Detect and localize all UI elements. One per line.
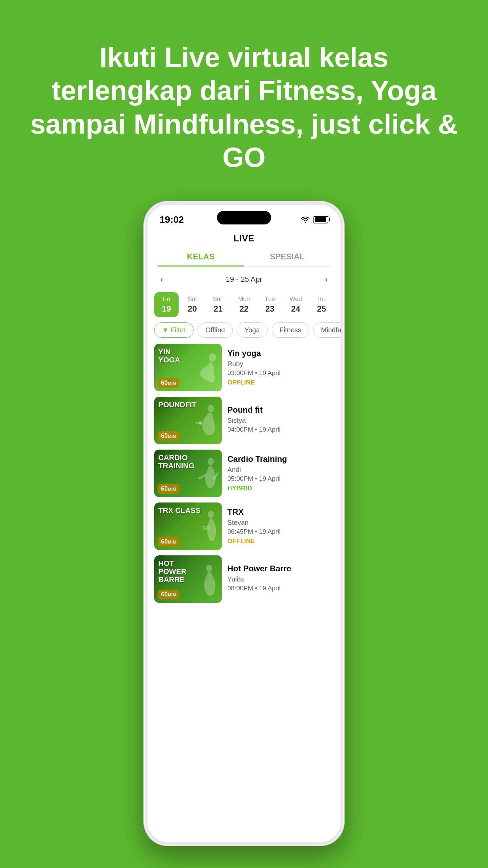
date-range-label: 19 - 25 Apr (226, 275, 262, 284)
filter-fitness[interactable]: Fitness (272, 322, 309, 338)
day-item-fri[interactable]: Fri 19 (154, 292, 179, 317)
class-info-yin-yoga: Yin yoga Ruby 03:00PM • 19 April OFFLINE (222, 344, 334, 391)
svg-point-7 (206, 565, 212, 572)
class-thumbnail-hot-power: HOTPOWERBARRE 60MIN (154, 555, 222, 603)
class-instructor-hot-power: Yulita (227, 575, 328, 583)
battery-icon (313, 216, 328, 223)
class-status-cardio: HYBRID (227, 485, 328, 492)
next-date-button[interactable]: › (322, 273, 330, 285)
svg-point-4 (208, 458, 214, 465)
filter-row: ▼ Filter Offline Yoga Fitness Mindfullne… (147, 322, 341, 344)
class-time-hot-power: 08:00PM • 19 April (227, 585, 328, 592)
hero-section: Ikuti Live virtual kelas terlengkap dari… (0, 0, 488, 195)
thumb-duration-cardio: 60MIN (158, 484, 179, 494)
class-time-cardio: 05:00PM • 19 April (227, 475, 328, 482)
class-info-cardio: Cardio Training Andi 05:00PM • 19 April … (222, 450, 334, 497)
day-item-mon[interactable]: Mon 22 (232, 292, 256, 317)
thumb-duration-hot-power: 60MIN (158, 590, 179, 599)
class-instructor-trx: Stevan (227, 519, 328, 527)
phone-mockup: 19:02 LIVE (144, 201, 344, 846)
class-info-pound-fit: Pound fit Sistya 04:00PM • 19 April (222, 397, 334, 444)
class-item-cardio[interactable]: CARDIOTRAINING 60MIN Cardio Training (154, 450, 334, 497)
day-selector: Fri 19 Sat 20 Sun 21 Mon 22 (147, 292, 341, 322)
thumb-label-cardio: CARDIOTRAINING (158, 454, 194, 470)
class-info-hot-power: Hot Power Barre Yulita 08:00PM • 19 Apri… (222, 555, 334, 603)
svg-point-5 (208, 511, 214, 518)
filter-offline[interactable]: Offline (198, 322, 232, 338)
thumb-label-yin-yoga: YINYOGA (158, 348, 180, 364)
tab-kelas[interactable]: KELAS (158, 247, 244, 266)
class-thumbnail-trx: TRX CLASS 60MIN GO (154, 502, 222, 550)
day-item-sun[interactable]: Sun 21 (206, 292, 230, 317)
class-thumbnail-pound-fit: POUNDFIT 60MIN (154, 397, 222, 444)
class-time-pound-fit: 04:00PM • 19 April (227, 426, 328, 433)
day-item-wed[interactable]: Wed 24 (283, 292, 308, 317)
class-item-pound-fit[interactable]: POUNDFIT 60MIN Pound fit Sistya (154, 397, 334, 444)
date-navigation: ‹ 19 - 25 Apr › (147, 267, 341, 292)
phone-container: 19:02 LIVE (0, 195, 488, 846)
class-name-pound-fit: Pound fit (227, 405, 328, 415)
class-time-trx: 06:45PM • 19 April (227, 528, 328, 535)
dynamic-island (217, 211, 271, 224)
silhouette-cardio (192, 456, 219, 497)
class-thumbnail-yin-yoga: YINYOGA 60MIN (154, 344, 222, 391)
day-item-tue[interactable]: Tue 23 (258, 292, 282, 317)
class-item-hot-power-barre[interactable]: HOTPOWERBARRE 60MIN Hot Power Barre Yuli… (154, 555, 334, 603)
status-time: 19:02 (160, 214, 184, 225)
class-info-trx: TRX Stevan 06:45PM • 19 April OFFLINE (222, 502, 334, 550)
silhouette-trx: GO (192, 509, 219, 550)
tab-spesial[interactable]: SPESIAL (244, 247, 330, 266)
day-item-sat[interactable]: Sat 20 (180, 292, 204, 317)
class-status-yin-yoga: OFFLINE (227, 379, 328, 386)
class-instructor-cardio: Andi (227, 466, 328, 474)
tabs-container: KELAS SPESIAL (158, 247, 330, 267)
silhouette-yin-yoga (192, 351, 219, 391)
class-thumbnail-cardio: CARDIOTRAINING 60MIN (154, 450, 222, 497)
class-time-yin-yoga: 03:00PM • 19 April (227, 369, 328, 377)
class-item-yin-yoga[interactable]: YINYOGA 60MIN Yin yoga Ruby 03:00PM • 19… (154, 344, 334, 391)
filter-mindfulness[interactable]: Mindfullness (313, 322, 341, 338)
class-name-cardio: Cardio Training (227, 454, 328, 464)
day-item-thu[interactable]: Thu 25 (309, 292, 334, 317)
filter-button[interactable]: ▼ Filter (154, 322, 194, 338)
nav-title: LIVE (147, 229, 341, 247)
prev-date-button[interactable]: ‹ (158, 273, 166, 285)
silhouette-hot-power (192, 562, 219, 603)
class-list: YINYOGA 60MIN Yin yoga Ruby 03:00PM • 19… (147, 344, 341, 603)
filter-icon: ▼ (162, 326, 169, 334)
svg-point-1 (208, 405, 214, 412)
class-item-trx[interactable]: TRX CLASS 60MIN GO TRX Stevan 06:45PM (154, 502, 334, 550)
phone-screen: 19:02 LIVE (147, 205, 341, 842)
hero-title: Ikuti Live virtual kelas terlengkap dari… (27, 41, 461, 174)
filter-yoga[interactable]: Yoga (237, 322, 268, 338)
wifi-icon (301, 216, 310, 223)
thumb-label-hot-power: HOTPOWERBARRE (158, 559, 186, 584)
class-name-hot-power: Hot Power Barre (227, 564, 328, 573)
class-instructor-yin-yoga: Ruby (227, 360, 328, 368)
silhouette-pound-fit (192, 403, 219, 444)
svg-point-0 (209, 353, 216, 361)
status-icons (301, 216, 328, 223)
thumb-duration-yin-yoga: 60MIN (158, 378, 179, 388)
svg-rect-3 (199, 421, 202, 425)
app-content: LIVE KELAS SPESIAL ‹ 19 - 25 Apr › (147, 229, 341, 839)
thumb-duration-pound-fit: 60MIN (158, 431, 179, 441)
class-name-yin-yoga: Yin yoga (227, 349, 328, 358)
thumb-duration-trx: 60MIN (158, 537, 179, 547)
svg-text:GO: GO (202, 525, 210, 531)
class-name-trx: TRX (227, 507, 328, 517)
thumb-label-pound-fit: POUNDFIT (158, 401, 196, 409)
class-instructor-pound-fit: Sistya (227, 417, 328, 425)
class-status-trx: OFFLINE (227, 537, 328, 545)
